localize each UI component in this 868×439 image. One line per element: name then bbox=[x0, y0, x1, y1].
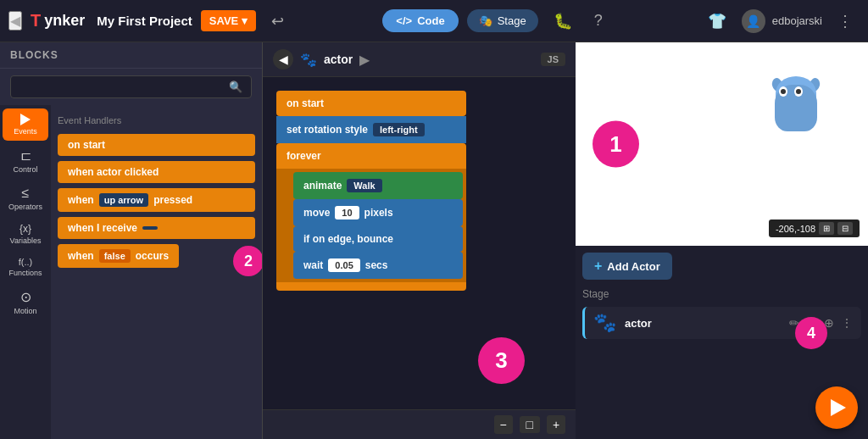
costume-button[interactable]: 👕 bbox=[701, 8, 733, 34]
actor-row-name: actor bbox=[625, 317, 781, 330]
bug-button[interactable]: 🐛 bbox=[547, 8, 579, 34]
add-actor-button[interactable]: + Add Actor bbox=[582, 253, 672, 280]
control-icon: ⊏ bbox=[20, 147, 31, 164]
avatar: 👤 bbox=[742, 9, 765, 33]
add-actor-label: Add Actor bbox=[607, 260, 659, 273]
right-panel: 1 -206,-108 ⊞ ⊟ bbox=[576, 42, 868, 439]
block-stack: on start set rotation style left-right f… bbox=[276, 91, 466, 291]
code-editor: ◀ 🐾 actor ▶ JS on start set rotation sty… bbox=[263, 42, 576, 439]
block-actor-clicked[interactable]: when actor clicked bbox=[58, 161, 255, 183]
sidebar-item-control[interactable]: ⊏ Control bbox=[3, 142, 48, 179]
sidebar-item-motion[interactable]: ⊙ Motion bbox=[3, 284, 48, 320]
operators-icon: ≤ bbox=[22, 186, 30, 201]
animate-text: animate bbox=[303, 180, 342, 192]
sidebar-item-events[interactable]: Events bbox=[3, 108, 48, 141]
on-start-text: on start bbox=[287, 97, 324, 109]
move-unit: pixels bbox=[364, 207, 393, 219]
badge-1: 1 bbox=[593, 121, 639, 168]
save-dropdown-icon: ▾ bbox=[242, 14, 248, 27]
help-button[interactable]: ? bbox=[587, 8, 609, 33]
top-nav: ◀ Tynker My First Project SAVE ▾ ↩ </> C… bbox=[0, 0, 868, 42]
badge-3: 3 bbox=[478, 337, 525, 384]
zoom-minus-button[interactable]: − bbox=[494, 415, 513, 434]
tynker-logo: Tynker bbox=[31, 11, 85, 31]
sidebar-functions-label: Functions bbox=[8, 269, 42, 277]
editor-canvas[interactable]: on start set rotation style left-right f… bbox=[263, 77, 576, 409]
editor-block-wait[interactable]: wait 0.05 secs bbox=[293, 252, 463, 279]
search-icon: 🔍 bbox=[229, 81, 242, 93]
play-icon bbox=[831, 399, 846, 416]
zoom-display: □ bbox=[520, 416, 540, 433]
set-rotation-text: set rotation style bbox=[287, 124, 368, 136]
undo-button[interactable]: ↩ bbox=[264, 8, 291, 34]
bounce-text: if on edge, bounce bbox=[303, 233, 393, 245]
code-icon: </> bbox=[396, 14, 412, 27]
main-area: BLOCKS 🔍 Events ⊏ Control ≤ Operators bbox=[0, 42, 868, 439]
block-up-arrow-input: up arrow bbox=[99, 193, 148, 207]
move-value: 10 bbox=[335, 206, 359, 220]
username: edbojarski bbox=[772, 14, 822, 27]
block-receive-input bbox=[142, 226, 158, 230]
play-button[interactable] bbox=[815, 386, 858, 429]
actor-row[interactable]: 🐾 actor ✏ ⚙ ⊕ ⋮ 4 bbox=[582, 307, 861, 339]
zoom-plus-button[interactable]: + bbox=[547, 415, 565, 434]
sidebar-item-functions[interactable]: f(..) Functions bbox=[3, 252, 48, 282]
block-when-receive[interactable]: when I receive bbox=[58, 217, 255, 239]
breadcrumb-arrow: ▶ bbox=[359, 52, 370, 68]
sidebar-item-operators[interactable]: ≤ Operators bbox=[3, 181, 48, 216]
sidebar-variables-label: Variables bbox=[10, 236, 42, 245]
search-input[interactable] bbox=[19, 81, 229, 93]
editor-block-move[interactable]: move 10 pixels bbox=[293, 199, 463, 226]
save-button[interactable]: SAVE ▾ bbox=[201, 10, 256, 31]
editor-block-set-rotation[interactable]: set rotation style left-right bbox=[276, 116, 466, 143]
editor-block-forever[interactable]: forever bbox=[276, 143, 466, 169]
blocks-panel: BLOCKS 🔍 Events ⊏ Control ≤ Operators bbox=[0, 42, 263, 439]
grid-button-1[interactable]: ⊞ bbox=[819, 222, 834, 235]
monster-character bbox=[771, 76, 821, 136]
stage-preview: 1 -206,-108 ⊞ ⊟ bbox=[576, 42, 868, 246]
animate-value: Walk bbox=[347, 179, 381, 192]
badge-2: 2 bbox=[233, 246, 262, 276]
save-label: SAVE bbox=[209, 14, 238, 27]
functions-icon: f(..) bbox=[19, 257, 33, 267]
actor-name: actor bbox=[324, 53, 353, 66]
forever-wrapper: forever animate Walk move 10 pix bbox=[276, 143, 466, 291]
monster-pupil-right bbox=[796, 89, 801, 94]
stage-label: Stage bbox=[498, 14, 526, 27]
events-icon bbox=[20, 114, 31, 125]
sidebar-item-variables[interactable]: {x} Variables bbox=[3, 218, 48, 250]
stage-button[interactable]: 🎭 Stage bbox=[467, 9, 538, 32]
project-title: My First Project bbox=[97, 14, 192, 28]
editor-block-on-start[interactable]: on start bbox=[276, 91, 466, 116]
blocks-sidebar: Events ⊏ Control ≤ Operators {x} Variabl… bbox=[0, 105, 51, 439]
collapse-button[interactable]: ◀ bbox=[273, 49, 293, 69]
blocks-list: Event Handlers on start when actor click… bbox=[51, 105, 262, 439]
actor-more-button[interactable]: ⋮ bbox=[841, 316, 853, 330]
js-badge[interactable]: JS bbox=[541, 53, 565, 66]
sidebar-control-label: Control bbox=[13, 165, 37, 174]
block-on-start[interactable]: on start bbox=[58, 134, 255, 156]
back-button[interactable]: ◀ bbox=[8, 11, 22, 31]
code-label: Code bbox=[417, 14, 445, 27]
code-button[interactable]: </> Code bbox=[382, 9, 458, 32]
sidebar-operators-label: Operators bbox=[8, 203, 42, 211]
editor-block-animate[interactable]: animate Walk bbox=[293, 172, 463, 199]
more-menu-button[interactable]: ⋮ bbox=[831, 8, 860, 34]
motion-icon: ⊙ bbox=[20, 289, 31, 305]
block-when-false-container: when false occurs 2 bbox=[58, 244, 255, 268]
grid-button-2[interactable]: ⊟ bbox=[837, 222, 853, 235]
block-when-false[interactable]: when false occurs bbox=[58, 244, 179, 268]
actor-icon: 🐾 bbox=[300, 52, 317, 68]
category-label: Event Handlers bbox=[58, 115, 255, 125]
rotation-value: left-right bbox=[373, 123, 425, 136]
coords-display: -206,-108 ⊞ ⊟ bbox=[769, 220, 860, 237]
block-actor-clicked-text: when actor clicked bbox=[68, 166, 159, 178]
wait-text: wait bbox=[303, 259, 323, 271]
blocks-title: BLOCKS bbox=[10, 49, 58, 61]
block-up-arrow-pressed[interactable]: when up arrow pressed bbox=[58, 188, 255, 212]
forever-bracket-end bbox=[276, 282, 466, 291]
add-actor-plus-icon: + bbox=[594, 258, 602, 274]
editor-block-bounce[interactable]: if on edge, bounce bbox=[293, 226, 463, 252]
user-section: 👤 edbojarski bbox=[742, 9, 822, 33]
move-text: move bbox=[303, 207, 330, 219]
